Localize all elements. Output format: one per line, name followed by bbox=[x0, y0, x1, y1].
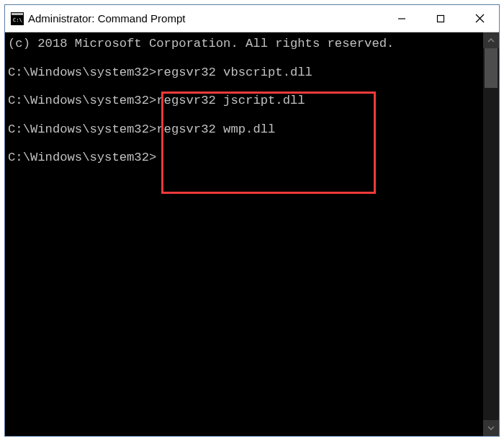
close-button[interactable] bbox=[460, 5, 499, 32]
command-line: C:\Windows\system32> bbox=[8, 151, 480, 165]
command-text: regsvr32 jscript.dll bbox=[156, 94, 305, 107]
maximize-button[interactable] bbox=[421, 5, 460, 32]
scrollbar-thumb[interactable] bbox=[485, 48, 498, 88]
minimize-button[interactable] bbox=[382, 5, 421, 32]
scrollbar-track[interactable] bbox=[483, 48, 499, 420]
command-prompt-window: C:\ Administrator: Command Prompt (c) 20… bbox=[4, 4, 500, 437]
svg-rect-1 bbox=[12, 13, 23, 15]
cmd-icon: C:\ bbox=[11, 12, 24, 25]
command-line: C:\Windows\system32>regsvr32 wmp.dll bbox=[8, 122, 480, 137]
window-controls bbox=[382, 5, 499, 32]
window-title: Administrator: Command Prompt bbox=[28, 12, 382, 24]
svg-text:C:\: C:\ bbox=[13, 17, 22, 23]
prompt: C:\Windows\system32> bbox=[8, 66, 156, 79]
command-text: regsvr32 vbscript.dll bbox=[156, 66, 312, 79]
prompt: C:\Windows\system32> bbox=[8, 94, 156, 107]
terminal-area: (c) 2018 Microsoft Corporation. All righ… bbox=[5, 32, 499, 436]
scroll-up-button[interactable] bbox=[483, 32, 499, 48]
svg-rect-4 bbox=[438, 15, 444, 22]
titlebar[interactable]: C:\ Administrator: Command Prompt bbox=[5, 5, 499, 32]
vertical-scrollbar[interactable] bbox=[483, 32, 499, 436]
copyright-line: (c) 2018 Microsoft Corporation. All righ… bbox=[8, 37, 480, 51]
command-line: C:\Windows\system32>regsvr32 vbscript.dl… bbox=[8, 66, 480, 80]
command-line: C:\Windows\system32>regsvr32 jscript.dll bbox=[8, 94, 480, 108]
scroll-down-button[interactable] bbox=[483, 420, 499, 436]
prompt: C:\Windows\system32> bbox=[8, 122, 156, 136]
command-text: regsvr32 wmp.dll bbox=[156, 122, 275, 136]
prompt: C:\Windows\system32> bbox=[8, 151, 156, 164]
terminal[interactable]: (c) 2018 Microsoft Corporation. All righ… bbox=[5, 32, 483, 436]
